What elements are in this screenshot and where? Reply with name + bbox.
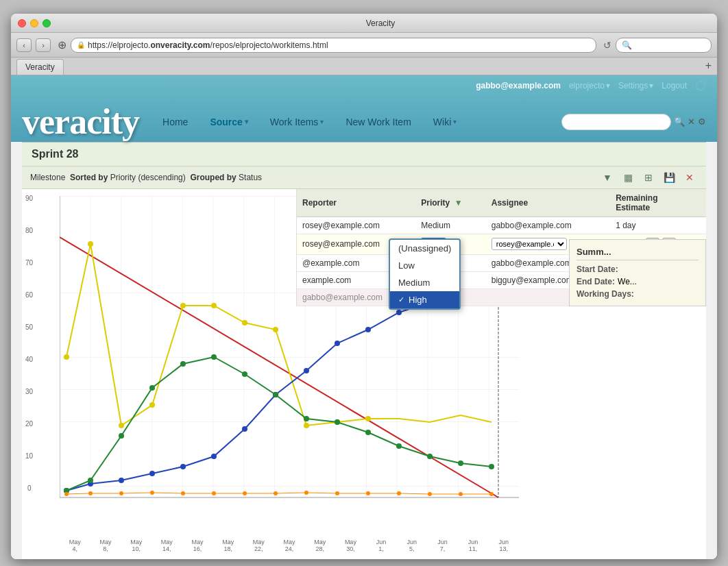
svg-point-12 (304, 423, 309, 428)
back-button[interactable]: ‹ (16, 38, 32, 52)
nav-search-options-icon[interactable]: ⚙ (698, 116, 706, 127)
nav-search-icon: 🔍 (674, 116, 685, 127)
cell-reporter-0: rosey@example.com (297, 217, 415, 234)
start-date-label: Start Date: (577, 264, 618, 274)
content-wrapper: Sprint 28 Milestone Sorted by Priority (… (22, 142, 706, 559)
working-days-label: Working Days: (577, 289, 634, 299)
svg-point-39 (396, 443, 402, 449)
svg-point-56 (459, 492, 463, 496)
svg-point-17 (119, 478, 124, 483)
browser-search-bar[interactable]: 🔍 (616, 38, 712, 53)
forward-button[interactable]: › (36, 38, 51, 52)
project-link[interactable]: elprojecto ▾ (569, 81, 610, 90)
svg-point-18 (149, 471, 155, 476)
checkmark-icon: ✓ (398, 295, 404, 304)
sprint-header: Sprint 28 (22, 143, 706, 167)
user-email: gabbo@example.com (476, 81, 561, 90)
col-estimate: RemainingEstimate (610, 189, 706, 217)
svg-point-14 (365, 416, 371, 421)
svg-point-51 (304, 491, 308, 495)
svg-point-33 (211, 354, 217, 360)
nav-search[interactable]: 🔍 ✕ ⚙ (561, 114, 706, 130)
browser-toolbar: ‹ › ⊕ 🔒 https://elprojecto.onveracity.co… (11, 33, 717, 58)
columns-icon[interactable]: ▦ (620, 171, 636, 184)
priority-dropdown[interactable]: (Unassigned) Low Medium ✓ High (389, 238, 461, 310)
svg-point-32 (180, 361, 186, 367)
nav-area: veracity Home Source ▾ Work Items ▾ New … (11, 96, 717, 142)
dropdown-item-unassigned[interactable]: (Unassigned) (390, 240, 459, 257)
svg-point-38 (365, 430, 371, 435)
nav-wiki[interactable]: Wiki ▾ (424, 111, 466, 133)
delete-filter-icon[interactable]: ✕ (681, 171, 698, 184)
x-label-5: May18, (213, 539, 243, 552)
summary-panel: Summ... Start Date: End Date: We... Work… (569, 239, 706, 306)
svg-point-9 (211, 303, 217, 308)
settings-link[interactable]: Settings ▾ (618, 81, 653, 90)
new-tab-icon[interactable]: ⊕ (58, 38, 66, 51)
nav-links: Home Source ▾ Work Items ▾ New Work Item… (153, 111, 706, 133)
assignee-select[interactable]: rosey@example.com gabbo@example.com bigg… (492, 238, 567, 250)
svg-point-7 (149, 402, 155, 408)
svg-point-40 (427, 454, 433, 459)
filter-icon[interactable]: ▼ (599, 171, 616, 184)
refresh-button[interactable]: ↺ (603, 40, 611, 51)
work-items-arrow-icon: ▾ (320, 118, 324, 125)
svg-point-11 (273, 327, 278, 332)
save-filter-icon[interactable]: 💾 (661, 171, 677, 184)
nav-home[interactable]: Home (153, 111, 197, 133)
x-label-13: Jun11, (458, 539, 489, 552)
url-text: https://elprojecto.onveracity.com/repos/… (88, 40, 590, 50)
cell-priority-0: Medium (415, 217, 486, 234)
x-label-6: May22, (243, 539, 274, 552)
end-date-label: End Date: (577, 277, 615, 286)
y-label-10: 10 (25, 452, 33, 460)
dropdown-item-low[interactable]: Low (390, 257, 459, 274)
traffic-lights (18, 19, 51, 27)
sprint-title: Sprint 28 (32, 148, 78, 160)
logout-button[interactable]: Logout (662, 81, 687, 90)
minimize-button[interactable] (30, 19, 38, 27)
dropdown-item-medium[interactable]: Medium (390, 274, 459, 291)
nav-source[interactable]: Source ▾ (200, 111, 257, 133)
grid-icon[interactable]: ⊞ (640, 171, 657, 184)
nav-new-work-item[interactable]: New Work Item (336, 111, 420, 133)
x-label-12: Jun7, (427, 539, 458, 552)
address-bar[interactable]: 🔒 https://elprojecto.onveracity.com/repo… (71, 38, 596, 53)
svg-point-24 (335, 341, 340, 346)
x-label-10: Jun1, (366, 539, 397, 552)
svg-point-57 (489, 492, 494, 496)
search-input[interactable] (561, 114, 671, 130)
window-title: Veracity (51, 19, 710, 28)
y-label-50: 50 (25, 323, 33, 331)
app-header: gabbo@example.com elprojecto ▾ Settings … (11, 75, 717, 142)
col-assignee: Assignee (486, 189, 610, 217)
y-label-90: 90 (25, 195, 33, 202)
svg-point-44 (88, 491, 93, 495)
x-label-7: May24, (274, 539, 305, 552)
security-icon: 🔒 (77, 41, 85, 49)
svg-point-37 (335, 419, 340, 425)
x-label-3: May14, (151, 539, 182, 552)
close-button[interactable] (18, 19, 26, 27)
nav-work-items[interactable]: Work Items ▾ (260, 111, 334, 133)
dropdown-item-high[interactable]: ✓ High (390, 291, 459, 308)
maximize-button[interactable] (43, 19, 51, 27)
end-date-value: We... (618, 277, 637, 286)
svg-point-46 (150, 491, 154, 495)
source-arrow-icon: ▾ (245, 118, 248, 125)
nav-clear-search-icon[interactable]: ✕ (688, 116, 695, 127)
y-label-30: 30 (25, 388, 33, 395)
table-row: rosey@example.com Medium gabbo@example.c… (297, 217, 706, 234)
svg-point-34 (242, 371, 247, 377)
tab-veracity[interactable]: Veracity (16, 59, 64, 75)
browser-window: Veracity ‹ › ⊕ 🔒 https://elprojecto.onve… (11, 14, 717, 559)
dropdown-label: Medium (398, 278, 430, 288)
svg-point-5 (88, 241, 93, 247)
new-tab-button[interactable]: + (705, 60, 712, 75)
summary-working-days-row: Working Days: (577, 289, 699, 299)
svg-point-30 (119, 433, 124, 439)
svg-point-29 (88, 478, 93, 483)
col-priority[interactable]: Priority ▼ (415, 189, 486, 217)
wiki-arrow-icon: ▾ (453, 118, 457, 125)
summary-end-date-row: End Date: We... (577, 277, 699, 286)
